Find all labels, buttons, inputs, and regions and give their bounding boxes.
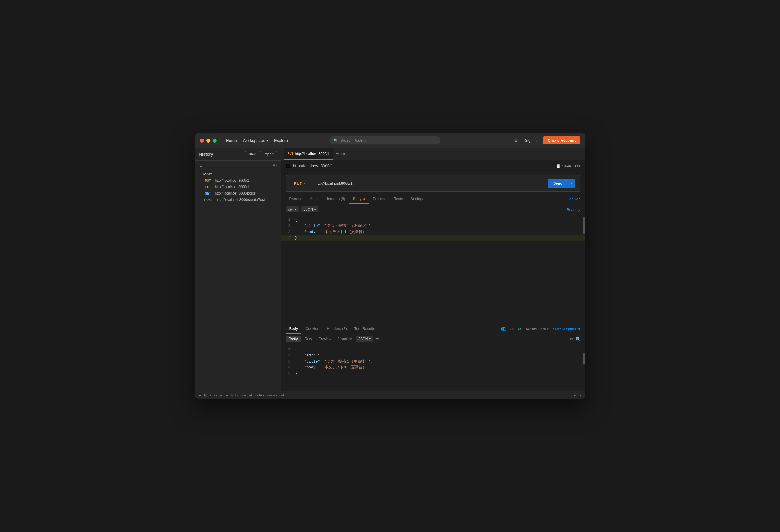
titlebar: Home Workspaces ▾ Explore 🔍 Search Postm… (195, 133, 585, 148)
signin-button[interactable]: Sign In (521, 137, 540, 144)
history-url: http://localhost:8000/createPost (216, 198, 265, 202)
send-dropdown-icon[interactable]: ▾ (569, 179, 575, 188)
home-link[interactable]: Home (224, 137, 239, 144)
minimize-button[interactable] (206, 139, 210, 143)
format-label: raw (288, 207, 294, 211)
resp-raw-tab[interactable]: Raw (302, 336, 315, 342)
history-item-get-2[interactable]: GET http://localhost:8000/posts (195, 190, 281, 197)
method-selector[interactable]: PUT ▾ (291, 179, 308, 188)
sidebar-title: History (199, 152, 213, 157)
url-bar-container: PUT ▾ Send ▾ (286, 175, 581, 192)
history-item-post[interactable]: POST http://localhost:8000/createPost (195, 197, 281, 203)
today-section-header[interactable]: ▾ Today (195, 171, 281, 177)
more-options-icon[interactable]: ••• (273, 163, 277, 167)
code-view-icon[interactable]: </> (574, 163, 580, 168)
history-url: http://localhost:8000/1 (215, 179, 249, 183)
settings-icon[interactable]: ⚙ (514, 137, 518, 144)
save-label: Save (563, 164, 571, 168)
request-title-left: ⊞ http://localhost:8000/1 (286, 163, 333, 169)
body-toolbar: raw ▾ JSON ▾ Beautify (281, 204, 585, 215)
response-status-bar: 🌐 200 OK 142 ms 326 B Save Response ▾ (501, 327, 580, 331)
filter-icon[interactable]: ☰ (199, 163, 203, 167)
tab-body[interactable]: Body (349, 194, 369, 204)
tab-params[interactable]: Params (286, 194, 306, 204)
status-bar-left: ▪▪ ⊡ Console ☁ Not connected to a Postma… (199, 393, 284, 397)
response-body-tabs: Pretty Raw Preview Visualize JSON ▾ ⇄ ⧉ … (281, 334, 585, 344)
fullscreen-button[interactable] (213, 139, 217, 143)
create-account-button[interactable]: Create Account (543, 137, 581, 144)
save-response-button[interactable]: Save Response ▾ (553, 327, 580, 331)
resp-tab-test-results[interactable]: Test Results (351, 324, 379, 334)
resp-pretty-tab[interactable]: Pretty (286, 336, 301, 342)
history-item-put[interactable]: PUT http://localhost:8000/1 (195, 177, 281, 184)
search-icon: 🔍 (333, 138, 338, 143)
resp-tab-cookies[interactable]: Cookies (302, 324, 323, 334)
body-active-dot (363, 198, 365, 200)
resp-code-line-1: 1 { (286, 346, 581, 353)
tab-url-label: http://localhost:8000/1 (295, 152, 329, 156)
new-tab-button[interactable]: + (333, 151, 341, 157)
body-format-selector[interactable]: raw ▾ (286, 206, 299, 212)
explore-link[interactable]: Explore (272, 137, 290, 144)
response-language-selector[interactable]: JSON ▾ (356, 336, 373, 342)
response-panel: Body Cookies Headers (7) Test Results 🌐 … (281, 324, 585, 391)
close-button[interactable] (200, 139, 204, 143)
history-item-get-1[interactable]: GET http://localhost:8000/1 (195, 184, 281, 190)
right-panel-icon[interactable]: ▪▪ (574, 393, 577, 397)
import-button[interactable]: Import (260, 151, 277, 157)
resp-tab-body[interactable]: Body (286, 324, 302, 334)
save-button[interactable]: 📋 Save (556, 164, 571, 168)
sidebar-toggle-icon[interactable]: ▪▪ (199, 393, 202, 397)
response-toolbar-right: ⧉ 🔍 (570, 337, 581, 342)
resp-language-label: JSON (358, 337, 368, 341)
nav-links: Home Workspaces ▾ Explore (224, 137, 291, 144)
send-button[interactable]: Send (547, 179, 569, 188)
new-button[interactable]: New (245, 151, 258, 157)
code-line-4: 4 } (281, 235, 585, 241)
beautify-button[interactable]: Beautify (567, 207, 581, 212)
copy-icon[interactable]: ⧉ (570, 337, 573, 342)
language-selector[interactable]: JSON ▾ (301, 206, 318, 212)
request-title-right: 📋 Save </> (556, 163, 581, 168)
resp-code-line-2: 2 "id": 1, (286, 353, 581, 359)
resp-tab-headers[interactable]: Headers (7) (323, 324, 350, 334)
wrap-icon[interactable]: ⇄ (376, 337, 379, 341)
resp-visualize-tab[interactable]: Visualize (335, 336, 355, 342)
resp-language-chevron-icon: ▾ (369, 337, 371, 341)
request-tabs: Params Auth Headers (8) Body Pre-req. Te… (281, 194, 585, 204)
search-placeholder: Search Postman (340, 138, 369, 143)
response-body-viewer: 1 { 2 "id": 1, 3 "title": "テスト投稿１（更新後）", (281, 344, 585, 391)
request-body-editor[interactable]: 1 { 2 "title": "テスト投稿１（更新後）", 3 "body": … (281, 215, 585, 324)
format-chevron-icon: ▾ (295, 207, 297, 211)
tab-settings[interactable]: Settings (407, 194, 428, 204)
tab-auth[interactable]: Auth (306, 194, 321, 204)
tab-put-request[interactable]: PUT http://localhost:8000/1 (284, 148, 333, 160)
section-chevron-icon: ▾ (199, 173, 201, 176)
cookies-link[interactable]: Cookies (567, 197, 581, 201)
search-response-icon[interactable]: 🔍 (576, 337, 581, 341)
console-label[interactable]: Console (210, 393, 222, 397)
main-layout: History New Import ☰ ••• ▾ Today PUT htt… (195, 148, 585, 391)
content-area: PUT http://localhost:8000/1 + ••• ⊞ http… (281, 148, 585, 391)
tab-tests[interactable]: Tests (391, 194, 406, 204)
language-chevron-icon: ▾ (314, 207, 316, 211)
resp-code-line-5: 5 } (286, 371, 581, 377)
history-section: ▾ Today PUT http://localhost:8000/1 GET … (195, 170, 281, 204)
response-scrollbar[interactable] (583, 353, 585, 365)
tab-more-icon[interactable]: ••• (341, 152, 345, 156)
resp-preview-tab[interactable]: Preview (316, 336, 334, 342)
console-icon[interactable]: ⊡ (204, 393, 207, 397)
url-input[interactable] (313, 179, 545, 187)
send-button-container: Send ▾ (547, 179, 575, 188)
sidebar-header: History New Import (195, 148, 281, 161)
help-icon[interactable]: ? (580, 393, 582, 397)
tab-headers[interactable]: Headers (8) (322, 194, 349, 204)
workspaces-menu[interactable]: Workspaces ▾ (240, 137, 271, 144)
search-bar[interactable]: 🔍 Search Postman (329, 137, 440, 144)
method-chevron-icon: ▾ (304, 182, 305, 185)
code-line-3: 3 "body": "本文テスト１（更新後）" (286, 229, 581, 235)
tab-prereq[interactable]: Pre-req. (369, 194, 390, 204)
request-title-bar: ⊞ http://localhost:8000/1 📋 Save </> (281, 160, 585, 173)
editor-scrollbar[interactable] (583, 217, 585, 235)
save-response-label: Save Response (553, 327, 578, 331)
